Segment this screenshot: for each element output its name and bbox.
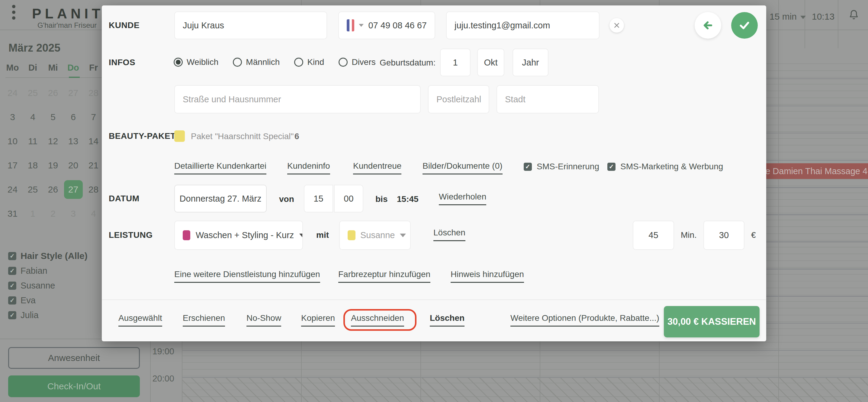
- mini-calendar-day[interactable]: 3: [2, 105, 23, 129]
- mini-calendar-day[interactable]: 13: [63, 129, 83, 153]
- sms-reminder-checkbox[interactable]: ✓ SMS-Erinnerung: [524, 162, 599, 171]
- attendance-button[interactable]: Anwesenheit: [8, 347, 140, 369]
- price-input[interactable]: 30: [704, 221, 744, 250]
- footer-delete-link[interactable]: Löschen: [430, 313, 465, 327]
- clock: 10:13: [812, 11, 835, 22]
- street-input[interactable]: Straße und Hausnummer: [174, 85, 421, 113]
- mini-calendar-day[interactable]: 27: [63, 81, 83, 105]
- chevron-down-icon: [400, 234, 406, 237]
- city-input[interactable]: Stadt: [497, 85, 599, 113]
- mini-calendar-day[interactable]: 7: [83, 105, 103, 129]
- time-label: 20:00: [141, 374, 174, 383]
- dokumente-link[interactable]: Bilder/Dokumente (0): [423, 161, 502, 174]
- start-hour-input[interactable]: 15: [304, 185, 333, 212]
- back-button[interactable]: [695, 12, 721, 39]
- customer-name-input[interactable]: Juju Kraus: [174, 11, 327, 39]
- clear-customer-button[interactable]: [610, 18, 624, 33]
- pay-button[interactable]: 30,00 € KASSIEREN: [664, 306, 760, 337]
- birth-year-input[interactable]: Jahr: [513, 48, 549, 76]
- birth-day-input[interactable]: 1: [440, 48, 470, 76]
- mini-calendar-day[interactable]: 6: [63, 105, 83, 129]
- mini-calendar-day[interactable]: 4: [23, 105, 43, 129]
- day-number: 12: [48, 136, 58, 146]
- duration-input[interactable]: 45: [633, 221, 674, 250]
- mini-calendar-day[interactable]: 2: [43, 202, 63, 226]
- staff-filter-row[interactable]: ✓Fabian: [8, 266, 88, 275]
- confirm-button[interactable]: [731, 12, 758, 39]
- mini-calendar-day[interactable]: 25: [23, 81, 43, 105]
- mini-calendar-day[interactable]: 19: [43, 153, 63, 177]
- gender-radio-divers[interactable]: Divers: [339, 57, 375, 67]
- staff-filter-row[interactable]: ✓Julia: [8, 310, 88, 320]
- mini-calendar-day[interactable]: 28: [83, 177, 103, 202]
- zip-input[interactable]: Postleitzahl: [428, 85, 489, 113]
- von-label: von: [279, 194, 294, 204]
- beauty-label: BEAUTY-PAKETE: [109, 131, 182, 141]
- mini-calendar-day[interactable]: 10: [2, 129, 23, 153]
- day-number: 5: [51, 112, 56, 122]
- footer-appeared-link[interactable]: Erschienen: [183, 313, 225, 327]
- mini-calendar-day[interactable]: 21: [83, 153, 103, 177]
- mini-calendar-day[interactable]: 17: [2, 153, 23, 177]
- end-time: 15:45: [397, 194, 418, 204]
- radio-icon: [294, 58, 303, 67]
- date-input[interactable]: Donnerstag 27. März: [174, 185, 267, 212]
- mini-calendar-day[interactable]: 26: [43, 81, 63, 105]
- mini-calendar-day[interactable]: 20: [63, 153, 83, 177]
- menu-icon[interactable]: [12, 5, 16, 20]
- mini-calendar-day[interactable]: 31: [2, 202, 23, 226]
- kundeninfo-link[interactable]: Kundeninfo: [287, 161, 330, 174]
- day-number: 6: [71, 112, 76, 122]
- mini-calendar-day[interactable]: 14: [83, 129, 103, 153]
- mini-calendar-day[interactable]: 25: [23, 177, 43, 202]
- french-flag-icon[interactable]: [347, 19, 354, 31]
- birth-month-input[interactable]: Okt: [477, 48, 504, 76]
- gender-radio-männlich[interactable]: Männlich: [233, 57, 280, 67]
- mini-calendar-day[interactable]: 4: [83, 202, 103, 226]
- mini-calendar-day[interactable]: 3: [63, 202, 83, 226]
- bell-icon[interactable]: [847, 8, 860, 24]
- service-dropdown[interactable]: Waschen + Styling - Kurz: [174, 221, 303, 250]
- mini-calendar-day-selected[interactable]: 27: [63, 177, 83, 202]
- add-service-link[interactable]: Eine weitere Dienstleistung hinzufügen: [174, 269, 320, 283]
- footer-noshow-link[interactable]: No-Show: [246, 313, 281, 327]
- footer-selected-link[interactable]: Ausgewählt: [118, 313, 162, 327]
- footer-copy-link[interactable]: Kopieren: [301, 313, 335, 327]
- staff-filter-row[interactable]: ✓Susanne: [8, 281, 88, 290]
- add-color-recipe-link[interactable]: Farbrezeptur hinzufügen: [338, 269, 430, 283]
- staff-filter-row[interactable]: ✓Eva: [8, 296, 88, 305]
- checkbox-checked-icon: ✓: [8, 252, 16, 260]
- customer-phone-input[interactable]: 07 49 08 46 67: [338, 11, 435, 39]
- staff-dropdown[interactable]: Susanne: [339, 221, 411, 250]
- interval-dropdown[interactable]: 15 min: [770, 11, 806, 22]
- mini-calendar-day[interactable]: 24: [2, 81, 23, 105]
- mini-calendar-day[interactable]: 12: [43, 129, 63, 153]
- day-number: 2: [51, 208, 56, 219]
- day-number: 24: [7, 185, 18, 195]
- day-header-fr: Fr: [83, 63, 103, 73]
- mini-calendar-day[interactable]: 26: [43, 177, 63, 202]
- appointment-chip[interactable]: de Damien Thai Massage 4-...: [756, 163, 868, 179]
- footer-cut-link[interactable]: Ausschneiden: [351, 313, 404, 327]
- kundenkartei-link[interactable]: Detaillierte Kundenkartei: [174, 161, 267, 174]
- mini-calendar-day[interactable]: 24: [2, 177, 23, 202]
- mini-calendar-day[interactable]: 11: [23, 129, 43, 153]
- sms-marketing-checkbox[interactable]: ✓ SMS-Marketing & Werbung: [607, 162, 723, 171]
- add-note-link[interactable]: Hinweis hinzufügen: [451, 269, 524, 283]
- repeat-link[interactable]: Wiederholen: [439, 192, 486, 205]
- footer-more-options-link[interactable]: Weitere Optionen (Produkte, Rabatte...): [510, 313, 659, 327]
- start-minute-input[interactable]: 00: [334, 185, 363, 212]
- kundentreue-link[interactable]: Kundentreue: [353, 161, 401, 174]
- mini-calendar-day[interactable]: 18: [23, 153, 43, 177]
- mini-calendar-day[interactable]: 28: [83, 81, 103, 105]
- staff-filter-row[interactable]: ✓Hair Style (Alle): [8, 251, 88, 261]
- day-number: 21: [89, 160, 98, 170]
- gender-radio-weiblich[interactable]: Weiblich: [174, 57, 218, 67]
- service-delete-link[interactable]: Löschen: [433, 228, 465, 241]
- customer-email-input[interactable]: juju.testing1@gmail.com: [446, 11, 599, 39]
- checkinout-button[interactable]: Check-In/Out: [8, 375, 140, 397]
- mini-calendar-day[interactable]: 1: [23, 202, 43, 226]
- day-header-di: Di: [23, 63, 43, 73]
- mini-calendar-day[interactable]: 5: [43, 105, 63, 129]
- gender-radio-kind[interactable]: Kind: [294, 57, 324, 67]
